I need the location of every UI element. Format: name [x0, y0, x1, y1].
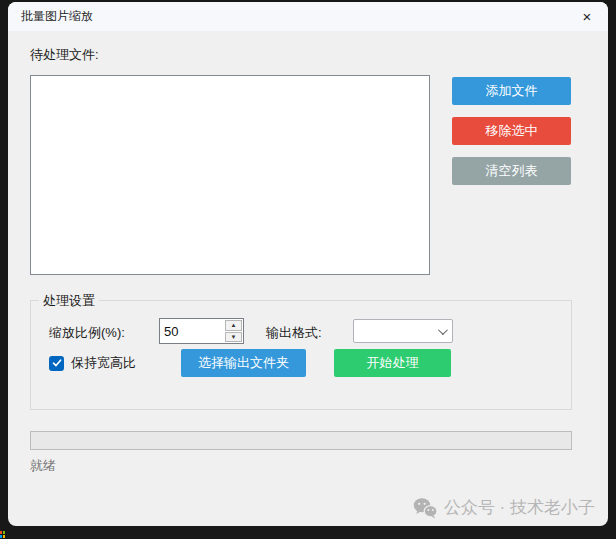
- chevron-down-icon: [438, 325, 448, 335]
- progress-bar: [30, 431, 572, 450]
- clear-list-button[interactable]: 清空列表: [452, 157, 571, 185]
- status-text: 就绪: [30, 457, 56, 475]
- remove-selected-button[interactable]: 移除选中: [452, 117, 571, 145]
- close-icon[interactable]: ×: [571, 3, 603, 30]
- keep-aspect-ratio-checkbox[interactable]: [49, 356, 64, 371]
- wechat-icon: [412, 497, 438, 519]
- checkmark-icon: [52, 358, 62, 368]
- files-list-label: 待处理文件:: [30, 46, 99, 64]
- spin-down-icon[interactable]: ▼: [225, 332, 242, 343]
- keep-aspect-ratio-row: 保持宽高比: [49, 354, 136, 372]
- watermark: 公众号 · 技术老小子: [412, 496, 595, 519]
- output-format-dropdown[interactable]: [353, 319, 453, 343]
- files-listbox[interactable]: [30, 75, 430, 275]
- windows-logo-icon[interactable]: [0, 531, 5, 538]
- scale-ratio-spinbox[interactable]: ▲ ▼: [159, 318, 244, 344]
- settings-group-label: 处理设置: [39, 292, 99, 310]
- window-title: 批量图片缩放: [8, 8, 93, 25]
- scale-ratio-input[interactable]: [160, 319, 224, 343]
- output-format-label: 输出格式:: [266, 324, 322, 342]
- titlebar: 批量图片缩放 ×: [8, 2, 608, 31]
- add-files-button[interactable]: 添加文件: [452, 77, 571, 105]
- keep-aspect-ratio-label: 保持宽高比: [71, 354, 136, 372]
- choose-output-folder-button[interactable]: 选择输出文件夹: [181, 349, 306, 377]
- spinner-buttons: ▲ ▼: [224, 319, 243, 343]
- app-window: 批量图片缩放 × 待处理文件: 添加文件 移除选中 清空列表 处理设置 缩放比例…: [8, 2, 608, 526]
- start-processing-button[interactable]: 开始处理: [334, 349, 451, 377]
- watermark-text: 公众号 · 技术老小子: [444, 496, 595, 519]
- spin-up-icon[interactable]: ▲: [225, 320, 242, 331]
- scale-ratio-label: 缩放比例(%):: [49, 324, 125, 342]
- settings-groupbox: 处理设置 缩放比例(%): ▲ ▼ 输出格式: 保持宽高比 选择输出文件夹 开始…: [30, 300, 572, 410]
